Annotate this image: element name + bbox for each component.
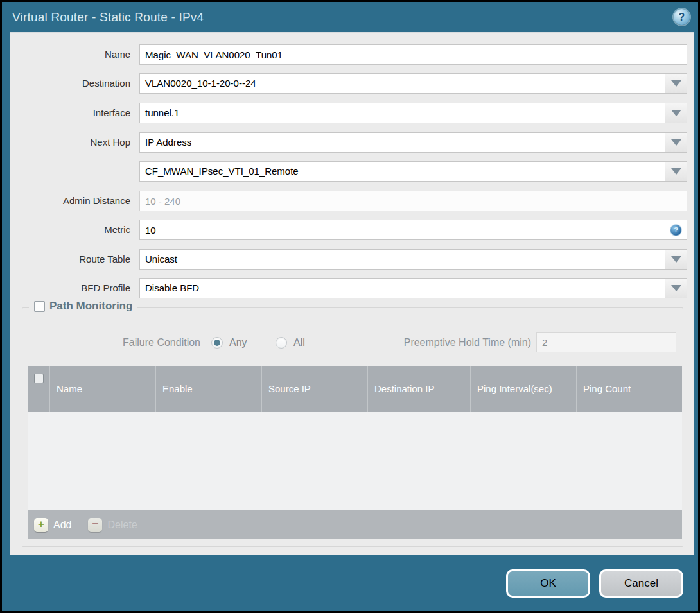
- chevron-down-icon: [671, 168, 681, 175]
- table-footer: + Add − Delete: [28, 510, 682, 539]
- failure-any-label: Any: [229, 332, 247, 353]
- column-header-name[interactable]: Name: [49, 366, 155, 412]
- next-hop-address-row: CF_MWAN_IPsec_VTI_01_Remote: [10, 161, 694, 182]
- bfd-profile-select[interactable]: Disable BFD: [139, 278, 687, 298]
- bfd-profile-value: Disable BFD: [140, 279, 665, 298]
- table-header: Name Enable Source IP Destination IP Pin…: [28, 366, 682, 412]
- destination-row: Destination VLAN0020_10-1-20-0--24: [10, 73, 694, 94]
- select-all-cell: [28, 366, 49, 412]
- next-hop-address-select[interactable]: CF_MWAN_IPsec_VTI_01_Remote: [139, 161, 687, 182]
- help-icon[interactable]: ?: [674, 9, 690, 25]
- dialog-frame: Virtual Router - Static Route - IPv4 ? N…: [0, 0, 700, 613]
- next-hop-dropdown-button[interactable]: [665, 133, 687, 152]
- column-header-source-ip[interactable]: Source IP: [261, 366, 367, 412]
- column-header-destination-ip[interactable]: Destination IP: [367, 366, 470, 412]
- admin-distance-label: Admin Distance: [10, 191, 136, 211]
- interface-select[interactable]: tunnel.1: [139, 103, 687, 123]
- destination-value: VLAN0020_10-1-20-0--24: [140, 74, 665, 93]
- dialog-title: Virtual Router - Static Route - IPv4: [12, 2, 204, 32]
- metric-row: Metric ?: [10, 220, 694, 240]
- route-table-value: Unicast: [140, 250, 665, 269]
- delete-button-label: Delete: [107, 519, 137, 531]
- failure-any-radio[interactable]: [211, 337, 223, 349]
- add-icon: +: [34, 518, 48, 532]
- destination-dropdown-button[interactable]: [665, 74, 687, 93]
- name-input[interactable]: [140, 45, 687, 64]
- next-hop-label: Next Hop: [10, 132, 136, 153]
- failure-all-radio[interactable]: [276, 337, 287, 349]
- delete-button[interactable]: − Delete: [88, 518, 137, 532]
- destination-label: Destination: [10, 73, 136, 94]
- path-monitoring-section: Path Monitoring Failure Condition Any Al…: [22, 307, 683, 547]
- route-table-dropdown-button[interactable]: [665, 250, 687, 269]
- chevron-down-icon: [671, 256, 681, 263]
- route-table-row: Route Table Unicast: [10, 249, 694, 270]
- name-field: [139, 44, 687, 65]
- route-table-select[interactable]: Unicast: [139, 249, 687, 270]
- next-hop-select[interactable]: IP Address: [139, 132, 687, 153]
- preemptive-hold-time-input[interactable]: [536, 332, 676, 352]
- metric-input[interactable]: [140, 220, 670, 239]
- chevron-down-icon: [671, 80, 681, 87]
- metric-label: Metric: [10, 220, 136, 240]
- next-hop-address-value: CF_MWAN_IPsec_VTI_01_Remote: [140, 162, 665, 181]
- form-panel: Name Destination VLAN0020_10-1-20-0--24 …: [10, 32, 694, 555]
- column-header-ping-interval[interactable]: Ping Interval(sec): [470, 366, 576, 412]
- failure-all-label: All: [293, 332, 305, 353]
- delete-icon: −: [88, 518, 102, 532]
- interface-row: Interface tunnel.1: [10, 103, 694, 123]
- name-label: Name: [10, 44, 136, 65]
- path-monitoring-title: Path Monitoring: [49, 300, 132, 313]
- route-table-label: Route Table: [10, 249, 136, 270]
- path-monitoring-table: Name Enable Source IP Destination IP Pin…: [28, 366, 682, 539]
- metric-help-icon[interactable]: ?: [670, 225, 681, 236]
- admin-distance-field: [139, 191, 687, 211]
- bfd-profile-row: BFD Profile Disable BFD: [10, 278, 694, 298]
- dialog-button-bar: OK Cancel: [2, 555, 698, 611]
- add-button-label: Add: [53, 519, 71, 531]
- bfd-profile-label: BFD Profile: [10, 278, 136, 298]
- next-hop-row: Next Hop IP Address: [10, 132, 694, 153]
- select-all-checkbox[interactable]: [34, 374, 44, 383]
- ok-button[interactable]: OK: [506, 569, 590, 598]
- metric-field: ?: [139, 220, 687, 240]
- admin-distance-row: Admin Distance: [10, 191, 694, 211]
- admin-distance-input[interactable]: [140, 191, 687, 211]
- destination-select[interactable]: VLAN0020_10-1-20-0--24: [139, 73, 687, 94]
- path-monitoring-checkbox[interactable]: [34, 301, 45, 312]
- add-button[interactable]: + Add: [34, 518, 71, 532]
- interface-value: tunnel.1: [140, 103, 665, 123]
- cancel-button[interactable]: Cancel: [599, 569, 683, 598]
- column-header-enable[interactable]: Enable: [155, 366, 261, 412]
- bfd-profile-dropdown-button[interactable]: [665, 279, 687, 298]
- path-monitoring-legend: Path Monitoring: [29, 300, 137, 313]
- next-hop-address-dropdown-button[interactable]: [665, 162, 687, 181]
- title-bar: Virtual Router - Static Route - IPv4 ?: [2, 2, 698, 32]
- name-row: Name: [10, 44, 694, 65]
- chevron-down-icon: [671, 139, 681, 146]
- interface-dropdown-button[interactable]: [665, 103, 687, 123]
- column-header-ping-count[interactable]: Ping Count: [576, 366, 682, 412]
- chevron-down-icon: [671, 285, 681, 291]
- next-hop-value: IP Address: [140, 133, 665, 152]
- chevron-down-icon: [671, 110, 681, 116]
- failure-condition-row: Failure Condition Any All Preemptive Hol…: [22, 332, 683, 353]
- table-body: [28, 412, 682, 510]
- preemptive-hold-time-label: Preemptive Hold Time (min): [356, 332, 531, 353]
- interface-label: Interface: [10, 103, 136, 123]
- failure-condition-label: Failure Condition: [61, 332, 200, 353]
